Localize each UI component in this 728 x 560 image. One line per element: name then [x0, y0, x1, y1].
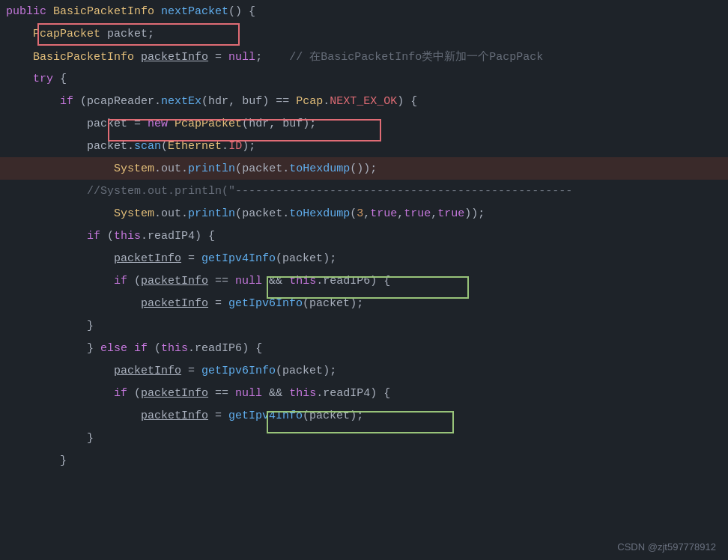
code-line-highlighted: System.out.println(packet.toHexdump());: [0, 157, 728, 180]
code-text: //System.out.println("------------------…: [0, 185, 572, 198]
code-text: packetInfo = getIpv4Info(packet);: [0, 410, 363, 422]
code-line: packetInfo = getIpv6Info(packet);: [0, 359, 728, 382]
code-line: packetInfo = getIpv4Info(packet);: [0, 247, 728, 270]
code-line: //System.out.println("------------------…: [0, 180, 728, 202]
code-text: packetInfo = getIpv6Info(packet);: [0, 297, 363, 310]
code-line: if (packetInfo == null && this.readIP6) …: [0, 270, 728, 292]
code-line: if (this.readIP4) {: [0, 225, 728, 247]
code-line: public BasicPacketInfo nextPacket() {: [0, 0, 728, 22]
code-text: PcapPacket packet;: [0, 28, 154, 40]
code-text: } else if (this.readIP6) {: [0, 342, 262, 355]
code-text: }: [0, 454, 67, 467]
code-line: } else if (this.readIP6) {: [0, 337, 728, 359]
code-text: }: [0, 432, 94, 445]
code-line: packetInfo = getIpv6Info(packet);: [0, 292, 728, 314]
code-text: packetInfo = getIpv4Info(packet);: [0, 252, 336, 265]
code-text: packet.scan(Ethernet.ID);: [0, 140, 255, 153]
code-line: }: [0, 314, 728, 337]
code-line: packet.scan(Ethernet.ID);: [0, 135, 728, 157]
code-line: if (packetInfo == null && this.readIP4) …: [0, 382, 728, 404]
code-text: if (packetInfo == null && this.readIP6) …: [0, 275, 390, 287]
code-line: }: [0, 449, 728, 472]
code-text: BasicPacketInfo packetInfo = null; // 在B…: [0, 49, 543, 64]
code-text: System.out.println(packet.toHexdump(3,tr…: [0, 207, 485, 220]
code-line: }: [0, 427, 728, 449]
code-text: packet = new PcapPacket(hdr, buf);: [0, 118, 316, 130]
code-text: packetInfo = getIpv6Info(packet);: [0, 365, 336, 377]
code-line: BasicPacketInfo packetInfo = null; // 在B…: [0, 45, 728, 67]
code-line: PcapPacket packet;: [0, 22, 728, 45]
code-text: if (this.readIP4) {: [0, 230, 215, 243]
code-text: public BasicPacketInfo nextPacket() {: [0, 5, 255, 18]
code-line: packet = new PcapPacket(hdr, buf);: [0, 112, 728, 135]
code-line: System.out.println(packet.toHexdump(3,tr…: [0, 202, 728, 225]
code-text: if (packetInfo == null && this.readIP4) …: [0, 387, 390, 400]
code-line: try {: [0, 67, 728, 90]
code-line: if (pcapReader.nextEx(hdr, buf) == Pcap.…: [0, 90, 728, 112]
code-container: public BasicPacketInfo nextPacket() { Pc…: [0, 0, 728, 560]
code-line: packetInfo = getIpv4Info(packet);: [0, 404, 728, 427]
code-text: }: [0, 320, 94, 332]
code-text: if (pcapReader.nextEx(hdr, buf) == Pcap.…: [0, 95, 417, 108]
code-text: System.out.println(packet.toHexdump());: [0, 162, 377, 175]
watermark: CSDN @zjt597778912: [617, 541, 716, 553]
code-text: try {: [0, 73, 67, 85]
